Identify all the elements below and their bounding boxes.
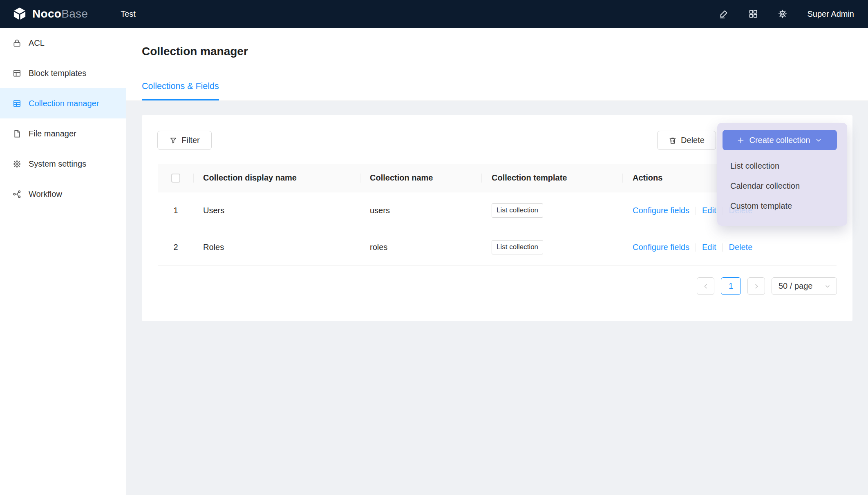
select-all-checkbox[interactable] xyxy=(171,174,180,183)
delete-link[interactable]: Delete xyxy=(729,243,752,252)
brand-base: Base xyxy=(61,7,88,20)
row-index: 2 xyxy=(158,229,194,265)
sidebar-item-block-templates[interactable]: Block templates xyxy=(0,58,126,88)
collection-display-name: Roles xyxy=(194,229,360,265)
sidebar: ACL Block templates Collection manager F… xyxy=(0,28,126,495)
collection-template-cell: List collection xyxy=(482,192,623,229)
page-title: Collection manager xyxy=(142,45,248,58)
chevron-down-icon xyxy=(815,136,823,144)
page-size-select[interactable]: 50 / page xyxy=(772,277,837,295)
edit-link[interactable]: Edit xyxy=(702,243,716,252)
brand-text: NocoBase xyxy=(32,7,88,20)
delete-button[interactable]: Delete xyxy=(657,131,716,150)
trash-icon xyxy=(669,136,677,145)
sidebar-item-label: Workflow xyxy=(29,190,62,199)
row-index: 1 xyxy=(158,192,194,229)
main-content: Collection manager Collections & Fields … xyxy=(126,28,868,495)
column-header: Collection template xyxy=(482,164,623,192)
pagination: 1 50 / page xyxy=(697,277,837,295)
chevron-down-icon xyxy=(824,283,831,290)
sidebar-item-collection-manager[interactable]: Collection manager xyxy=(0,88,126,118)
chevron-right-icon xyxy=(753,283,760,290)
sidebar-item-system-settings[interactable]: System settings xyxy=(0,149,126,179)
brand-logo[interactable]: NocoBase xyxy=(0,7,88,21)
apps-icon[interactable] xyxy=(748,9,758,19)
nocobase-logo-icon xyxy=(12,7,27,21)
chevron-left-icon xyxy=(702,283,709,290)
create-collection-menu: List collection Calendar collection Cust… xyxy=(717,156,847,216)
sidebar-item-workflow[interactable]: Workflow xyxy=(0,179,126,209)
collection-display-name: Users xyxy=(194,192,360,229)
table-row: 2 Roles roles List collection Configure … xyxy=(158,229,837,266)
lock-icon xyxy=(12,38,22,48)
gear-icon xyxy=(12,159,22,169)
sidebar-item-acl[interactable]: ACL xyxy=(0,28,126,58)
action-divider xyxy=(722,243,723,252)
page-size-value: 50 / page xyxy=(779,281,812,291)
page-number-button[interactable]: 1 xyxy=(721,277,741,295)
tab-collections-fields[interactable]: Collections & Fields xyxy=(142,81,219,101)
template-tag: List collection xyxy=(492,203,543,217)
action-divider xyxy=(696,207,696,215)
filter-label: Filter xyxy=(181,136,199,145)
sidebar-item-label: Collection manager xyxy=(29,99,99,108)
header-select-cell xyxy=(158,164,194,192)
delete-label: Delete xyxy=(681,136,705,145)
plus-icon xyxy=(737,136,745,144)
top-header: NocoBase Test Super Admin xyxy=(0,0,868,28)
sidebar-item-file-manager[interactable]: File manager xyxy=(0,118,126,149)
configure-fields-link[interactable]: Configure fields xyxy=(633,243,689,252)
file-icon xyxy=(12,129,22,138)
sidebar-item-label: System settings xyxy=(29,159,86,169)
next-page-button[interactable] xyxy=(747,277,765,295)
action-divider xyxy=(696,243,696,252)
layout-icon xyxy=(12,69,22,78)
filter-button[interactable]: Filter xyxy=(157,131,212,150)
menu-item-custom-template[interactable]: Custom template xyxy=(717,196,847,216)
collection-name: users xyxy=(360,192,482,229)
collection-name: roles xyxy=(360,229,482,265)
workflow-icon xyxy=(12,190,22,199)
edit-link[interactable]: Edit xyxy=(702,206,716,215)
gear-icon[interactable] xyxy=(778,9,787,19)
menu-item-list-collection[interactable]: List collection xyxy=(717,156,847,176)
brand-noco: Noco xyxy=(32,7,61,20)
create-collection-button[interactable]: Create collection xyxy=(723,130,837,150)
sidebar-item-label: File manager xyxy=(29,129,76,138)
header-nav: Test xyxy=(113,0,143,28)
configure-fields-link[interactable]: Configure fields xyxy=(633,206,689,215)
row-actions: Configure fields Edit Delete xyxy=(623,229,837,265)
highlighter-icon[interactable] xyxy=(719,9,729,19)
sidebar-item-label: Block templates xyxy=(29,69,86,78)
template-tag: List collection xyxy=(492,240,543,254)
sidebar-item-label: ACL xyxy=(29,38,45,48)
user-menu[interactable]: Super Admin xyxy=(807,9,854,19)
nav-item-test[interactable]: Test xyxy=(113,0,143,28)
header-right: Super Admin xyxy=(719,9,868,19)
collection-template-cell: List collection xyxy=(482,229,623,265)
column-header: Collection name xyxy=(360,164,482,192)
table-icon xyxy=(12,99,22,108)
column-header: Collection display name xyxy=(194,164,360,192)
filter-icon xyxy=(169,136,177,145)
menu-item-calendar-collection[interactable]: Calendar collection xyxy=(717,176,847,196)
prev-page-button[interactable] xyxy=(697,277,714,295)
create-collection-label: Create collection xyxy=(749,136,810,145)
